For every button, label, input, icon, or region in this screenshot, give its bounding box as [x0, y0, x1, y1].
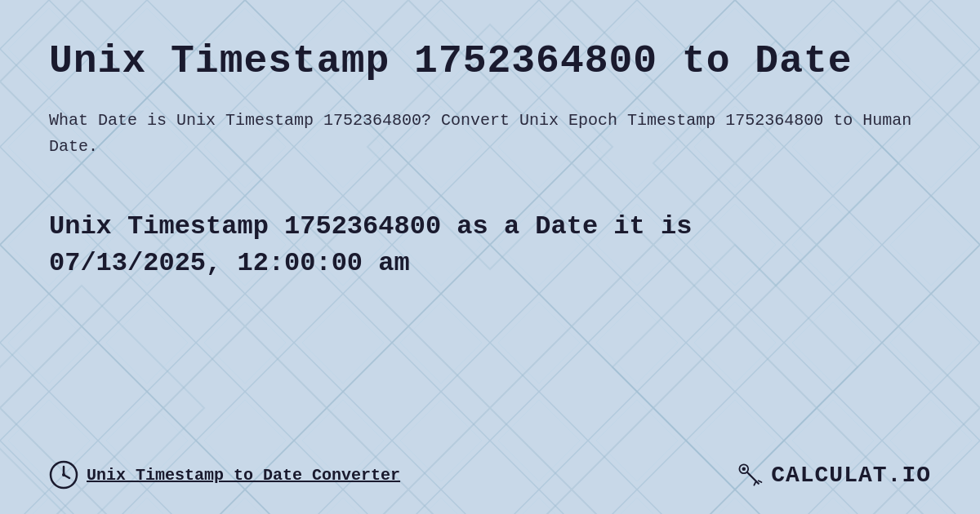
calculatio-icon [735, 460, 764, 490]
page-title: Unix Timestamp 1752364800 to Date [49, 39, 931, 83]
logo-section: CALCULAT.IO [735, 460, 931, 490]
footer-left: Unix Timestamp to Date Converter [49, 460, 400, 490]
result-section: Unix Timestamp 1752364800 as a Date it i… [49, 209, 931, 282]
svg-point-14 [62, 473, 65, 476]
page-description: What Date is Unix Timestamp 1752364800? … [49, 108, 931, 160]
svg-point-16 [742, 467, 746, 472]
svg-line-18 [755, 482, 756, 485]
logo-text: CALCULAT.IO [771, 463, 931, 488]
footer: Unix Timestamp to Date Converter CALCULA… [49, 444, 931, 490]
footer-link-text[interactable]: Unix Timestamp to Date Converter [87, 466, 400, 485]
result-text: Unix Timestamp 1752364800 as a Date it i… [49, 209, 931, 282]
svg-line-19 [759, 481, 762, 482]
result-line2: 07/13/2025, 12:00:00 am [49, 248, 410, 278]
svg-line-17 [747, 472, 759, 484]
result-line1: Unix Timestamp 1752364800 as a Date it i… [49, 211, 692, 241]
clock-icon [49, 460, 78, 490]
